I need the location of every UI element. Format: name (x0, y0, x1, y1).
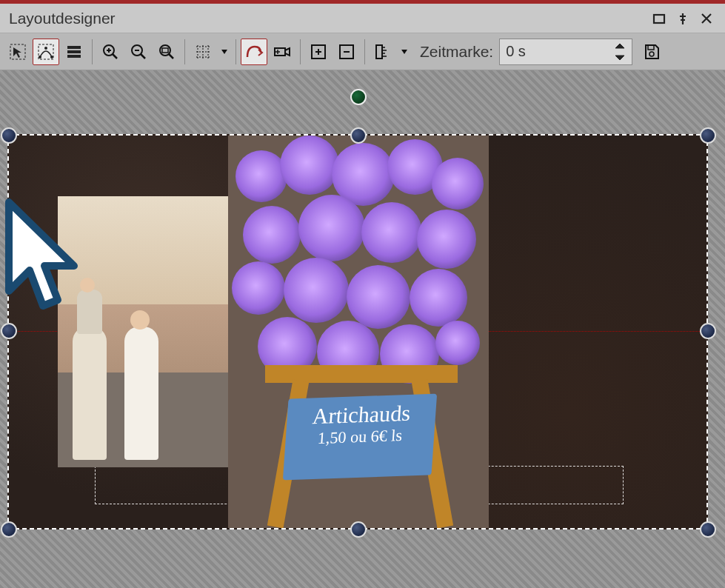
handle-bottom-mid[interactable] (350, 521, 367, 538)
window-title: Layoutdesigner (9, 10, 645, 27)
zoom-in-button[interactable] (97, 39, 124, 65)
handle-top-right[interactable] (700, 127, 716, 144)
motion-path-button[interactable] (241, 39, 267, 65)
zoom-fit-button[interactable] (153, 39, 180, 65)
svg-point-11 (160, 45, 170, 56)
flowers-photo[interactable]: Artichauds 1,50 ou 6€ ls (228, 136, 489, 528)
grid-button[interactable] (190, 39, 216, 65)
svg-rect-7 (67, 50, 81, 53)
rotation-handle[interactable] (350, 89, 367, 105)
timestamp-input[interactable]: 0 s (499, 39, 632, 65)
svg-rect-16 (376, 45, 382, 59)
svg-point-4 (50, 56, 53, 59)
handle-mid-right[interactable] (700, 323, 716, 339)
camera-button[interactable] (269, 39, 295, 65)
handle-bottom-right[interactable] (700, 521, 716, 538)
toolbar: Zeitmarke: 0 s (0, 33, 725, 70)
toolbar-separator (364, 39, 365, 64)
spinner-up-icon[interactable] (614, 42, 626, 50)
layers-tool-button[interactable] (61, 39, 87, 65)
toolbar-separator (235, 39, 236, 64)
handle-top-mid[interactable] (350, 127, 367, 144)
canvas[interactable]: Artichauds 1,50 ou 6€ ls (0, 70, 725, 588)
handle-mid-left[interactable] (1, 323, 17, 339)
pin-button[interactable] (673, 9, 692, 28)
toolbar-separator (92, 39, 93, 64)
handle-bottom-left[interactable] (1, 521, 17, 538)
svg-rect-0 (654, 15, 664, 23)
titlebar: Layoutdesigner (0, 4, 725, 33)
keyframe-add-button[interactable] (305, 39, 332, 65)
grid-dropdown-button[interactable] (218, 39, 231, 65)
zoom-out-button[interactable] (125, 39, 152, 65)
timestamp-label: Zeitmarke: (420, 43, 493, 61)
svg-rect-6 (67, 46, 81, 49)
maximize-button[interactable] (649, 9, 669, 28)
svg-point-18 (649, 52, 654, 56)
select-tool-button[interactable] (4, 39, 31, 65)
save-button[interactable] (638, 39, 665, 65)
svg-rect-8 (67, 55, 81, 58)
toolbar-separator (184, 39, 185, 64)
svg-point-5 (44, 47, 47, 50)
sign-board: Artichauds 1,50 ou 6€ ls (283, 394, 437, 481)
toolbar-separator (300, 39, 301, 64)
ruler-button[interactable] (370, 39, 396, 65)
ruler-dropdown-button[interactable] (398, 39, 411, 65)
close-button[interactable] (697, 9, 716, 28)
spinner-down-icon[interactable] (614, 54, 626, 61)
svg-rect-12 (162, 48, 168, 53)
sign-line2: 1,50 ou 6€ ls (288, 425, 432, 450)
family-photo[interactable] (58, 196, 228, 467)
path-tool-button[interactable] (33, 39, 59, 65)
timestamp-value: 0 s (506, 43, 526, 60)
handle-top-left[interactable] (1, 127, 17, 144)
keyframe-remove-button[interactable] (333, 39, 360, 65)
svg-point-3 (39, 56, 41, 59)
